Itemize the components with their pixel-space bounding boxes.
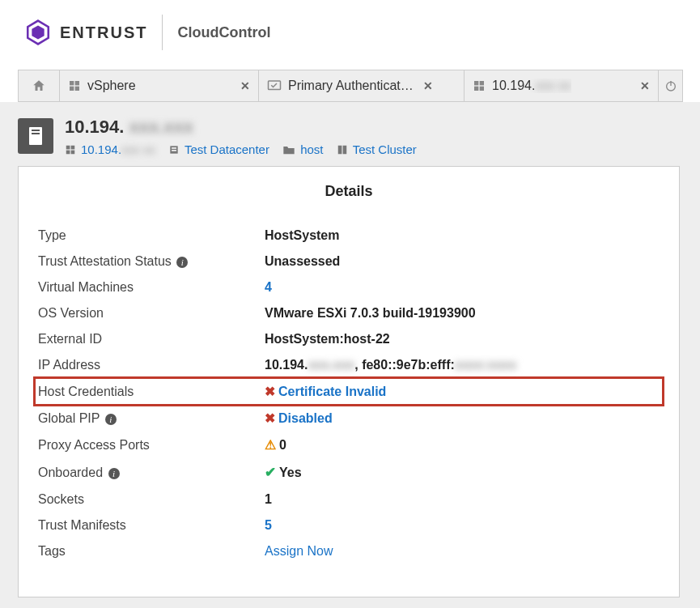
details-table: Type HostSystem Trust Attestation Status… bbox=[35, 223, 663, 564]
home-icon bbox=[32, 79, 46, 93]
label-onboarded: Onboarded i bbox=[35, 458, 261, 487]
vsphere-icon bbox=[65, 144, 76, 155]
page-body: 10.194.xxx.xxx 10.194.xxx xx Test Datace… bbox=[0, 102, 700, 608]
label-tags: Tags bbox=[35, 538, 261, 564]
host-icon bbox=[18, 118, 53, 154]
row-type: Type HostSystem bbox=[35, 223, 663, 249]
row-ip-address: IP Address 10.194.xxx.xxx, fe80::9e7b:ef… bbox=[35, 352, 663, 378]
header-divider bbox=[162, 15, 163, 50]
value-trust-status: Unassessed bbox=[261, 249, 663, 274]
svg-rect-23 bbox=[337, 145, 342, 154]
svg-rect-19 bbox=[71, 150, 75, 154]
breadcrumb-cluster[interactable]: Test Cluster bbox=[353, 142, 417, 156]
close-icon[interactable]: ✕ bbox=[640, 79, 650, 92]
label-trust-status: Trust Attestation Status i bbox=[35, 249, 261, 274]
monitor-check-icon bbox=[267, 79, 282, 92]
label-sockets: Sockets bbox=[35, 487, 261, 512]
tab-vsphere[interactable]: vSphere ✕ bbox=[60, 70, 259, 102]
info-icon[interactable]: i bbox=[108, 468, 120, 479]
vsphere-icon bbox=[473, 79, 486, 92]
label-global-pip: Global PIP i bbox=[35, 405, 261, 432]
label-trust-manifests: Trust Manifests bbox=[35, 512, 261, 538]
svg-rect-5 bbox=[75, 87, 79, 91]
row-sockets: Sockets 1 bbox=[35, 487, 663, 512]
row-tags: Tags Assign Now bbox=[35, 538, 663, 564]
tab-label: Primary Authenticat… bbox=[288, 79, 414, 93]
x-icon: ✖ bbox=[265, 411, 275, 425]
svg-rect-14 bbox=[32, 130, 40, 131]
app-header: ENTRUST CloudControl bbox=[0, 0, 700, 65]
folder-icon bbox=[282, 144, 295, 155]
svg-rect-21 bbox=[172, 147, 176, 149]
row-global-pip: Global PIP i ✖Disabled bbox=[35, 405, 663, 432]
svg-rect-15 bbox=[32, 133, 40, 134]
page-header: 10.194.xxx.xxx 10.194.xxx xx Test Datace… bbox=[18, 102, 700, 166]
svg-rect-10 bbox=[480, 87, 484, 91]
row-trust-status: Trust Attestation Status i Unassessed bbox=[35, 249, 663, 274]
svg-rect-17 bbox=[71, 145, 75, 149]
svg-rect-2 bbox=[70, 81, 74, 85]
power-button[interactable] bbox=[659, 70, 683, 102]
datacenter-icon bbox=[168, 144, 180, 155]
value-proxy-ports: ⚠0 bbox=[261, 432, 663, 458]
label-ip: IP Address bbox=[35, 352, 261, 378]
home-tab[interactable] bbox=[18, 70, 60, 102]
value-type: HostSystem bbox=[261, 223, 663, 249]
row-trust-manifests: Trust Manifests 5 bbox=[35, 512, 663, 538]
value-os: VMware ESXi 7.0.3 build-19193900 bbox=[261, 300, 663, 326]
product-name: CloudControl bbox=[177, 24, 270, 41]
warning-icon: ⚠ bbox=[265, 438, 276, 452]
value-vms[interactable]: 4 bbox=[265, 280, 272, 294]
tab-bar: vSphere ✕ Primary Authenticat… ✕ 10.194.… bbox=[0, 70, 700, 102]
tab-primary-auth[interactable]: Primary Authenticat… ✕ bbox=[259, 70, 465, 102]
assign-tags-link[interactable]: Assign Now bbox=[265, 544, 333, 558]
row-proxy-access-ports: Proxy Access Ports ⚠0 bbox=[35, 432, 663, 458]
svg-rect-8 bbox=[480, 81, 484, 85]
breadcrumb-folder[interactable]: host bbox=[300, 142, 323, 156]
svg-rect-18 bbox=[66, 150, 70, 154]
label-vms: Virtual Machines bbox=[35, 274, 261, 300]
value-host-creds[interactable]: Certificate Invalid bbox=[278, 385, 386, 398]
breadcrumb-vcenter[interactable]: 10.194.xxx xx bbox=[81, 142, 155, 156]
label-proxy-ports: Proxy Access Ports bbox=[35, 432, 261, 458]
svg-rect-22 bbox=[172, 150, 176, 151]
vsphere-icon bbox=[68, 79, 81, 92]
value-ip: 10.194.xxx.xxx, fe80::9e7b:efff:xxxx:xxx… bbox=[261, 352, 663, 378]
details-title: Details bbox=[35, 183, 663, 200]
tab-label: 10.194.xxx xx bbox=[492, 79, 571, 93]
label-type: Type bbox=[35, 223, 261, 249]
x-icon: ✖ bbox=[265, 385, 275, 398]
value-global-pip[interactable]: Disabled bbox=[278, 411, 333, 425]
breadcrumb: 10.194.xxx xx Test Datacenter host Test … bbox=[65, 142, 417, 156]
label-os: OS Version bbox=[35, 300, 261, 326]
row-onboarded: Onboarded i ✔Yes bbox=[35, 458, 663, 487]
svg-rect-24 bbox=[342, 145, 346, 154]
breadcrumb-datacenter[interactable]: Test Datacenter bbox=[185, 142, 269, 156]
cluster-icon bbox=[337, 144, 348, 155]
row-os-version: OS Version VMware ESXi 7.0.3 build-19193… bbox=[35, 300, 663, 326]
info-icon[interactable]: i bbox=[105, 414, 117, 425]
row-host-credentials: Host Credentials ✖Certificate Invalid bbox=[35, 378, 663, 405]
tab-label: vSphere bbox=[87, 79, 136, 93]
row-virtual-machines: Virtual Machines 4 bbox=[35, 274, 663, 300]
brand-logo: ENTRUST bbox=[24, 19, 147, 46]
info-icon[interactable]: i bbox=[176, 257, 188, 268]
value-sockets: 1 bbox=[261, 487, 663, 512]
tab-host-ip[interactable]: 10.194.xxx xx ✕ bbox=[465, 70, 659, 102]
value-ext-id: HostSystem:host-22 bbox=[261, 326, 663, 352]
row-external-id: External ID HostSystem:host-22 bbox=[35, 326, 663, 352]
value-onboarded: ✔Yes bbox=[261, 458, 663, 487]
page-title: 10.194.xxx.xxx bbox=[65, 117, 417, 138]
close-icon[interactable]: ✕ bbox=[423, 79, 433, 92]
power-icon bbox=[664, 79, 677, 92]
svg-marker-1 bbox=[32, 26, 44, 40]
svg-rect-9 bbox=[474, 87, 478, 91]
svg-rect-7 bbox=[474, 81, 478, 85]
svg-rect-4 bbox=[70, 87, 74, 91]
details-panel: Details Type HostSystem Trust Attestatio… bbox=[18, 166, 680, 597]
label-ext-id: External ID bbox=[35, 326, 261, 352]
brand-name: ENTRUST bbox=[60, 23, 147, 42]
svg-rect-16 bbox=[66, 145, 70, 149]
value-trust-manifests[interactable]: 5 bbox=[265, 518, 272, 532]
close-icon[interactable]: ✕ bbox=[240, 79, 250, 92]
